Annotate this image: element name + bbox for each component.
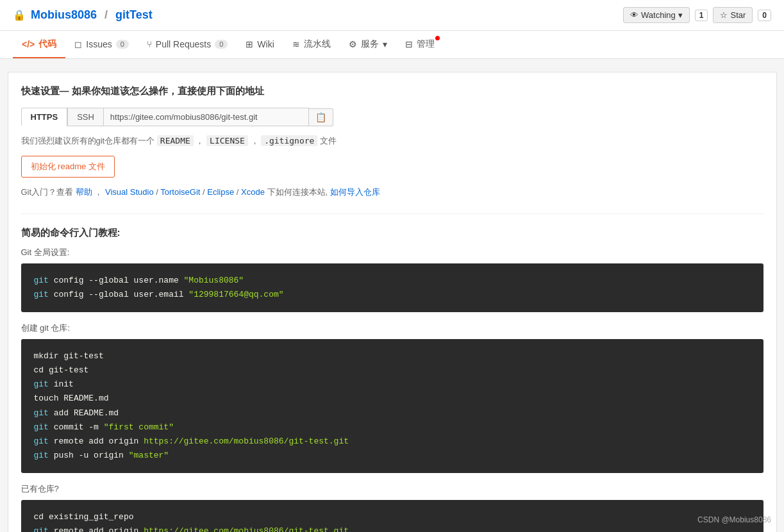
url-bar: HTTPS SSH 📋 bbox=[21, 108, 763, 126]
code-icon: </> bbox=[22, 39, 35, 49]
admin-notification-dot bbox=[435, 36, 440, 40]
gitignore-code: .gitignore bbox=[261, 135, 317, 146]
pr-badge: 0 bbox=[215, 40, 228, 49]
recommend-text: 我们强烈建议所有的git仓库都有一个 README ， LICENSE ， .g… bbox=[21, 135, 763, 147]
main-content: 快速设置— 如果你知道该怎么操作，直接使用下面的地址 HTTPS SSH 📋 我… bbox=[8, 72, 777, 532]
tab-pr-label: Pull Requests bbox=[156, 39, 211, 49]
existing-code-block: cd existing_git_repo git remote add orig… bbox=[21, 500, 763, 532]
star-icon: ☆ bbox=[720, 10, 728, 20]
global-code-block: git config --global user.name "Mobius808… bbox=[21, 263, 763, 312]
git-links: Git入门？查看 帮助 ， Visual Studio / TortoiseGi… bbox=[21, 187, 763, 198]
star-button[interactable]: ☆ Star bbox=[713, 7, 753, 23]
tab-admin-label: 管理 bbox=[417, 38, 435, 50]
tutorial-section: 简易的命令行入门教程: Git 全局设置: git config --globa… bbox=[21, 214, 763, 532]
tab-pipeline-label: 流水线 bbox=[304, 38, 331, 50]
tab-issues[interactable]: ◻ Issues 0 bbox=[65, 31, 138, 58]
lock-icon: 🔒 bbox=[13, 9, 26, 21]
create-code-block: mkdir git-test cd git-test git init touc… bbox=[21, 339, 763, 473]
repo-link[interactable]: gitTest bbox=[115, 8, 153, 22]
header: 🔒 Mobius8086 / gitTest 👁 Watching ▾ 1 ☆ … bbox=[0, 0, 784, 31]
create-label: 创建 git 仓库: bbox=[21, 322, 763, 334]
comma1: ， bbox=[196, 136, 204, 145]
repo-title: 🔒 Mobius8086 / gitTest bbox=[13, 8, 153, 22]
wiki-icon: ⊞ bbox=[246, 39, 253, 49]
git-suffix1: 下如何连接本站, bbox=[267, 187, 328, 197]
license-code: LICENSE bbox=[206, 135, 248, 146]
quick-setup-section: 快速设置— 如果你知道该怎么操作，直接使用下面的地址 HTTPS SSH 📋 我… bbox=[21, 72, 763, 214]
tab-code-label: 代码 bbox=[38, 38, 56, 50]
services-chevron: ▾ bbox=[383, 39, 387, 49]
recommend-prefix: 我们强烈建议所有的git仓库都有一个 bbox=[21, 136, 155, 145]
tab-code[interactable]: </> 代码 bbox=[13, 31, 65, 58]
quick-setup-title: 快速设置— 如果你知道该怎么操作，直接使用下面的地址 bbox=[21, 85, 763, 97]
comma2: ， bbox=[251, 136, 259, 145]
tab-wiki-label: Wiki bbox=[257, 39, 274, 49]
chevron-icon: ▾ bbox=[678, 10, 683, 20]
existing-label: 已有仓库? bbox=[21, 483, 763, 495]
tab-admin[interactable]: ⊟ 管理 bbox=[396, 31, 444, 58]
pipeline-icon: ≋ bbox=[292, 39, 300, 49]
tab-services-label: 服务 bbox=[361, 38, 379, 50]
tab-services[interactable]: ⚙ 服务 ▾ bbox=[340, 31, 396, 58]
tab-pull-requests[interactable]: ⑂ Pull Requests 0 bbox=[138, 31, 237, 58]
slash: / bbox=[104, 8, 108, 22]
repo-url-input[interactable] bbox=[104, 108, 309, 126]
tab-wiki[interactable]: ⊞ Wiki bbox=[237, 31, 283, 58]
import-link[interactable]: 如何导入仓库 bbox=[330, 187, 380, 197]
services-icon: ⚙ bbox=[349, 39, 357, 49]
tab-pipeline[interactable]: ≋ 流水线 bbox=[283, 31, 340, 58]
recommend-suffix: 文件 bbox=[320, 136, 337, 145]
pr-icon: ⑂ bbox=[147, 39, 152, 49]
global-label: Git 全局设置: bbox=[21, 247, 763, 258]
help-link[interactable]: 帮助 bbox=[76, 187, 92, 197]
eclipse-link[interactable]: Eclipse bbox=[207, 187, 234, 197]
eye-icon: 👁 bbox=[630, 10, 638, 20]
nav-tabs: </> 代码 ◻ Issues 0 ⑂ Pull Requests 0 ⊞ Wi… bbox=[0, 31, 784, 59]
watch-count: 1 bbox=[695, 10, 708, 21]
xcode-link[interactable]: Xcode bbox=[241, 187, 265, 197]
git-prefix: Git入门？查看 bbox=[21, 187, 74, 197]
tutorial-title: 简易的命令行入门教程: bbox=[21, 227, 763, 239]
https-tab[interactable]: HTTPS bbox=[21, 108, 68, 126]
star-count: 0 bbox=[758, 10, 771, 21]
issues-icon: ◻ bbox=[74, 39, 82, 49]
watermark: CSDN @Mobius8086 bbox=[697, 515, 771, 524]
init-readme-button[interactable]: 初始化 readme 文件 bbox=[21, 156, 115, 178]
header-actions: 👁 Watching ▾ 1 ☆ Star 0 bbox=[623, 7, 771, 23]
watch-button[interactable]: 👁 Watching ▾ bbox=[623, 7, 690, 23]
tab-issues-label: Issues bbox=[86, 39, 112, 49]
admin-icon: ⊟ bbox=[405, 39, 413, 49]
star-label: Star bbox=[730, 10, 746, 20]
vs-link[interactable]: Visual Studio bbox=[105, 187, 154, 197]
tortoise-link[interactable]: TortoiseGit bbox=[160, 187, 200, 197]
copy-url-button[interactable]: 📋 bbox=[309, 108, 333, 126]
watch-label: Watching bbox=[641, 10, 676, 20]
ssh-tab[interactable]: SSH bbox=[67, 108, 104, 126]
readme-code: README bbox=[157, 135, 194, 146]
issues-badge: 0 bbox=[116, 40, 129, 49]
owner-link[interactable]: Mobius8086 bbox=[31, 8, 97, 22]
